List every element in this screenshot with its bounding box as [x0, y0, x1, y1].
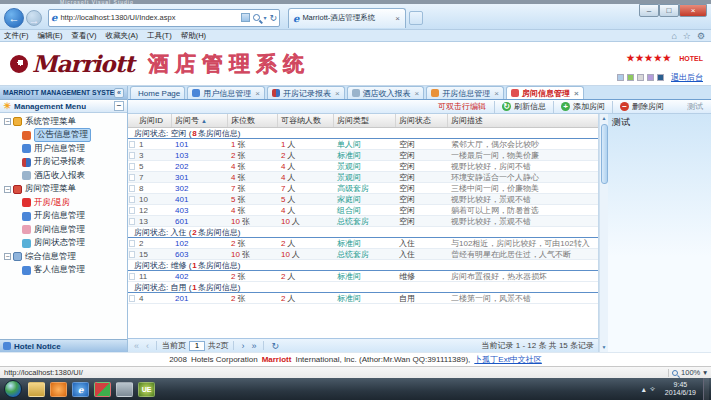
- tab-close-icon[interactable]: ×: [394, 14, 401, 23]
- row-selector[interactable]: [129, 251, 135, 258]
- menu-help[interactable]: 帮助(H): [181, 31, 206, 41]
- menu-file[interactable]: 文件(F): [4, 31, 29, 41]
- theme-swatch-4[interactable]: [647, 74, 654, 81]
- column-header[interactable]: 房间状态: [396, 114, 448, 127]
- sidebar-tree-item[interactable]: − 用户信息管理: [0, 142, 127, 156]
- content-tab[interactable]: 开房记录报表 ×: [267, 86, 345, 99]
- room-row[interactable]: 11 402 2张 2人 标准间 维修 房间布置很好，热水器损坏: [128, 271, 598, 282]
- row-selector[interactable]: [129, 163, 135, 170]
- compatibility-view-icon[interactable]: [241, 13, 250, 22]
- tray-up-arrow-icon[interactable]: ▴: [642, 385, 646, 394]
- taskbar-tools-icon[interactable]: [116, 382, 133, 397]
- tree-expander-icon[interactable]: −: [4, 253, 11, 260]
- grid-scrollbar[interactable]: ▲ ▼: [599, 114, 608, 352]
- favorites-icon[interactable]: ☆: [683, 31, 691, 41]
- tab-close-icon[interactable]: ×: [494, 89, 499, 98]
- content-tab[interactable]: 用户信息管理 ×: [187, 86, 265, 99]
- tree-expander-icon[interactable]: −: [4, 186, 11, 193]
- content-tab[interactable]: 酒店收入报表 ×: [347, 86, 425, 99]
- gear-icon[interactable]: ⚙: [697, 31, 705, 41]
- taskbar-explorer-icon[interactable]: [28, 382, 45, 397]
- search-caret-icon[interactable]: ▾: [263, 14, 266, 21]
- row-selector[interactable]: [129, 295, 135, 302]
- taskbar-mediaplayer-icon[interactable]: [50, 382, 67, 397]
- prev-page-button[interactable]: ‹: [144, 341, 151, 351]
- sidebar-tree-item[interactable]: − 公告信息管理: [0, 129, 127, 143]
- taskbar-ultraedit-icon[interactable]: UE: [138, 382, 155, 397]
- maximize-button[interactable]: □: [659, 4, 679, 17]
- row-selector[interactable]: [129, 273, 135, 280]
- refresh-info-button[interactable]: 刷新信息: [494, 101, 553, 113]
- row-selector[interactable]: [129, 185, 135, 192]
- sidebar-collapse-button[interactable]: «: [114, 88, 124, 98]
- row-selector[interactable]: [129, 218, 135, 225]
- row-selector[interactable]: [129, 240, 135, 247]
- sidebar-tree-item[interactable]: − 开房/退房: [0, 196, 127, 210]
- next-page-button[interactable]: ›: [239, 341, 246, 351]
- address-bar[interactable]: e http://localhost:1380/UI/Index.aspx ▾ …: [48, 9, 280, 27]
- theme-swatch-2[interactable]: [627, 74, 634, 81]
- group-header-vacant[interactable]: 房间状态: 空闲 (8 条房间信息): [128, 128, 598, 139]
- sidebar-tree-item[interactable]: − 房间状态管理: [0, 237, 127, 251]
- room-row[interactable]: 13 601 10张 10人 总统套房 空闲 视野比较好，景观不错: [128, 216, 598, 227]
- last-page-button[interactable]: »: [249, 341, 258, 351]
- sidebar-tree-item[interactable]: − 房间信息管理: [0, 223, 127, 237]
- menu-edit[interactable]: 编辑(E): [38, 31, 63, 41]
- taskbar-ie-icon[interactable]: e: [72, 382, 89, 397]
- column-header[interactable]: 房间ID: [136, 114, 172, 127]
- group-header-selfuse[interactable]: 房间状态: 自用 (1 条房间信息): [128, 282, 598, 293]
- back-button[interactable]: ←: [4, 8, 24, 28]
- delete-room-button[interactable]: 删除房间: [612, 101, 671, 113]
- room-row[interactable]: 12 403 4张 4人 组合间 空闲 躺着可以上网，防暑首选: [128, 205, 598, 216]
- zoom-caret-icon[interactable]: ▾: [703, 368, 707, 377]
- content-tab[interactable]: 房间信息管理 ×: [506, 86, 584, 99]
- tab-close-icon[interactable]: ×: [574, 89, 579, 98]
- room-row[interactable]: 3 103 2张 2人 标准间 空闲 一楼最后一间，物美价廉: [128, 150, 598, 161]
- row-selector[interactable]: [129, 207, 135, 214]
- menu-tools[interactable]: 工具(T): [147, 31, 172, 41]
- room-row[interactable]: 8 302 7张 7人 高级套房 空闲 三楼中间一间，价廉物美: [128, 183, 598, 194]
- room-row[interactable]: 7 301 4张 4人 景观间 空闲 环境安静适合一个人静心: [128, 172, 598, 183]
- sidebar-tree-item[interactable]: − 系统管理菜单: [0, 115, 127, 129]
- scrollbar-thumb[interactable]: [601, 124, 608, 184]
- scroll-down-icon[interactable]: ▼: [602, 343, 607, 352]
- theme-swatch-1[interactable]: [617, 74, 624, 81]
- menu-minimize-button[interactable]: −: [114, 101, 124, 111]
- menu-favorites[interactable]: 收藏夹(A): [106, 31, 139, 41]
- sidebar-tree-item[interactable]: − 酒店收入报表: [0, 169, 127, 183]
- theme-swatch-3[interactable]: [637, 74, 644, 81]
- notice-item[interactable]: 测试: [612, 116, 707, 129]
- page-number-input[interactable]: [189, 341, 205, 351]
- row-selector[interactable]: [129, 141, 135, 148]
- room-row[interactable]: 15 603 10张 10人 总统套房 入住 曾经有明星在此居住过，人气不断: [128, 249, 598, 260]
- theme-swatch-5[interactable]: [657, 74, 664, 81]
- taskbar-paint-icon[interactable]: [94, 382, 111, 397]
- row-selector[interactable]: [129, 196, 135, 203]
- browser-tab[interactable]: e Marriott-酒店管理系统 ×: [288, 8, 406, 28]
- first-page-button[interactable]: «: [132, 341, 141, 351]
- sidebar-tree-item[interactable]: − 客人信息管理: [0, 264, 127, 278]
- sidebar-tree-item[interactable]: − 房间管理菜单: [0, 183, 127, 197]
- room-row[interactable]: 1 101 1张 1人 单人间 空闲 紧邻大厅，偶尔会比较吵: [128, 139, 598, 150]
- minimize-button[interactable]: –: [639, 4, 659, 17]
- clock[interactable]: 9:45 2014/6/19: [665, 381, 696, 397]
- tree-expander-icon[interactable]: −: [4, 118, 11, 125]
- zoom-level[interactable]: 100%: [681, 368, 700, 377]
- sidebar-tree-item[interactable]: − 综合信息管理: [0, 250, 127, 264]
- room-row[interactable]: 10 401 5张 5人 家庭间 空闲 视野比较好，景观不错: [128, 194, 598, 205]
- network-icon[interactable]: ᯤ: [650, 385, 658, 394]
- backend-link[interactable]: 退出后台: [671, 72, 703, 83]
- room-row[interactable]: 5 202 4张 4人 景观间 空闲 视野比较好，房间不错: [128, 161, 598, 172]
- group-header-occupied[interactable]: 房间状态: 入住 (2 条房间信息): [128, 227, 598, 238]
- start-button[interactable]: [4, 380, 22, 398]
- tab-close-icon[interactable]: ×: [255, 89, 260, 98]
- footer-link[interactable]: 卜孤丁Ext中文社区: [474, 354, 542, 365]
- scroll-up-icon[interactable]: ▲: [602, 114, 607, 123]
- home-icon[interactable]: ⌂: [671, 31, 676, 41]
- show-desktop-button[interactable]: [703, 378, 709, 400]
- room-row[interactable]: 4 201 2张 2人 标准间 自用 二楼第一间，风景不错: [128, 293, 598, 304]
- row-selector[interactable]: [129, 174, 135, 181]
- pager-refresh-button[interactable]: ↻: [269, 341, 281, 351]
- sidebar-tree-item[interactable]: − 开房信息管理: [0, 210, 127, 224]
- column-header[interactable]: 房间类型: [334, 114, 396, 127]
